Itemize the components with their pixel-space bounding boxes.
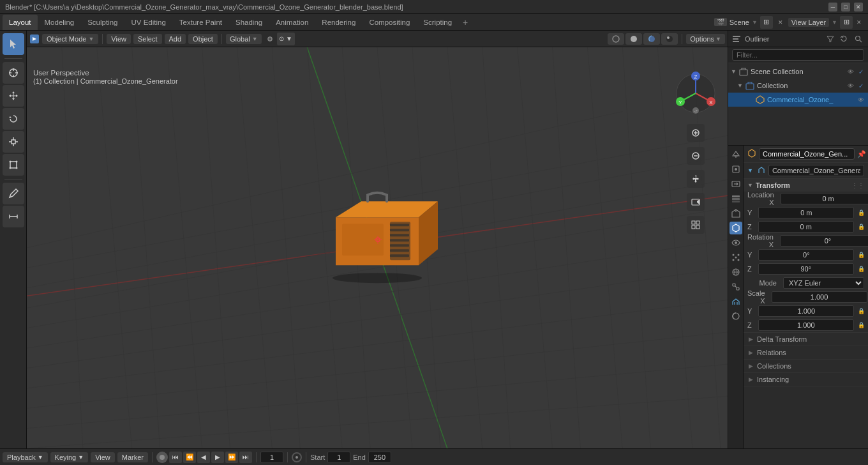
rotation-y-lock-icon[interactable]: 🔒 xyxy=(858,252,865,258)
view-layer-selector[interactable]: View Layer xyxy=(788,18,829,27)
add-workspace-button[interactable]: + xyxy=(459,16,472,29)
tab-compositing[interactable]: Compositing xyxy=(363,15,416,30)
particles-props-icon[interactable] xyxy=(730,251,742,264)
scale-z-lock-icon[interactable]: 🔒 xyxy=(858,322,865,328)
play-back-button[interactable]: ◀ xyxy=(197,452,210,463)
play-forward-button[interactable]: ▶ xyxy=(211,452,224,463)
location-x-input[interactable] xyxy=(781,193,868,204)
scene-collection-eye[interactable]: 👁 xyxy=(846,68,855,75)
object-data-props-icon[interactable] xyxy=(730,295,742,308)
playback-menu-button[interactable]: Playback ▼ xyxy=(3,452,48,462)
current-frame-input[interactable] xyxy=(260,452,283,463)
view-layer-options[interactable]: ⊞ xyxy=(840,16,853,29)
collection-item[interactable]: ▼ Collection 👁 ✓ xyxy=(728,79,868,93)
scene-options[interactable]: ⊞ xyxy=(760,16,773,29)
location-z-input[interactable] xyxy=(758,221,854,232)
object-eye[interactable]: 👁 xyxy=(857,96,865,103)
view-menu-timeline-button[interactable]: View xyxy=(91,452,115,462)
outliner-sync-button[interactable] xyxy=(839,33,850,45)
close-button[interactable]: ✕ xyxy=(854,3,863,11)
location-z-lock-icon[interactable]: 🔒 xyxy=(858,224,865,230)
material-props-icon[interactable] xyxy=(730,310,742,323)
outliner-search-button[interactable] xyxy=(853,33,864,45)
proportional-edit-button[interactable]: ⊙ ▼ xyxy=(277,33,295,45)
rotate-tool-button[interactable] xyxy=(3,108,24,130)
mesh-name-input[interactable] xyxy=(768,165,864,176)
tab-modeling[interactable]: Modeling xyxy=(38,15,81,30)
snap-toggle-icon[interactable] xyxy=(264,33,276,45)
keying-menu-button[interactable]: Keying ▼ xyxy=(50,452,89,462)
location-y-lock-icon[interactable]: 🔒 xyxy=(858,210,865,216)
scale-y-input[interactable] xyxy=(758,305,854,317)
viewport[interactable]: Object Mode ▼ View Select Add Object Glo… xyxy=(27,31,728,448)
transform-tool-button[interactable] xyxy=(3,154,24,176)
tab-texture-paint[interactable]: Texture Paint xyxy=(173,15,228,30)
add-menu-button[interactable]: Add xyxy=(165,34,186,44)
render-props-icon[interactable] xyxy=(730,163,742,176)
cursor-tool-button[interactable] xyxy=(3,62,24,84)
orientation-gizmo[interactable]: Z X Y -Z xyxy=(670,68,721,119)
tab-layout[interactable]: Layout xyxy=(3,15,38,30)
pin-icon[interactable]: 📌 xyxy=(857,150,866,158)
delta-transform-section[interactable]: ▶ Delta Transform xyxy=(744,333,868,346)
object-menu-button[interactable]: Object xyxy=(188,34,218,44)
modifiers-props-icon[interactable] xyxy=(730,236,742,249)
tab-scripting[interactable]: Scripting xyxy=(417,15,458,30)
rotation-mode-select[interactable]: XYZ Euler XZY Euler YXZ Euler YZX Euler … xyxy=(783,277,864,289)
scene-collection-check[interactable]: ✓ xyxy=(857,68,865,75)
object-name-input[interactable] xyxy=(759,148,855,160)
measure-tool-button[interactable] xyxy=(3,206,24,227)
tab-rendering[interactable]: Rendering xyxy=(315,15,362,30)
transform-orientation-button[interactable]: Global ▼ xyxy=(226,34,262,44)
scene-props-icon[interactable] xyxy=(730,148,742,161)
scene-name[interactable]: Scene xyxy=(730,19,749,26)
outliner-filter-button[interactable] xyxy=(825,33,836,45)
object-constraint-props-icon[interactable] xyxy=(730,280,742,293)
keyframe-dot[interactable] xyxy=(156,452,168,463)
collections-section[interactable]: ▶ Collections xyxy=(744,360,868,373)
tab-shading[interactable]: Shading xyxy=(229,15,269,30)
rotation-x-input[interactable] xyxy=(780,235,868,247)
object-mode-button[interactable]: Object Mode ▼ xyxy=(42,34,98,44)
tab-animation[interactable]: Animation xyxy=(269,15,315,30)
select-menu-button[interactable]: Select xyxy=(133,34,162,44)
outliner-search-input[interactable] xyxy=(732,49,864,61)
collection-check[interactable]: ✓ xyxy=(857,82,865,89)
playback-speed-button[interactable] xyxy=(292,452,302,462)
view-layer-props-icon[interactable] xyxy=(730,192,742,205)
move-tool-button[interactable] xyxy=(3,85,24,107)
instancing-section[interactable]: ▶ Instancing xyxy=(744,373,868,386)
transform-options-icon[interactable]: ⋮⋮ xyxy=(851,182,864,189)
viewport-shading-rendered[interactable] xyxy=(661,33,678,45)
camera-view-button[interactable] xyxy=(687,193,705,211)
location-y-input[interactable] xyxy=(758,207,854,218)
viewport-shading-wire[interactable] xyxy=(608,33,624,45)
jump-start-button[interactable]: ⏮ xyxy=(169,452,182,463)
maximize-button[interactable]: □ xyxy=(841,3,850,11)
jump-end-button[interactable]: ⏭ xyxy=(239,452,252,463)
zoom-out-button[interactable] xyxy=(687,147,705,165)
start-frame-input[interactable] xyxy=(327,452,350,463)
tab-sculpting[interactable]: Sculpting xyxy=(81,15,124,30)
rotation-z-input[interactable] xyxy=(758,263,854,275)
view-menu-button[interactable]: View xyxy=(107,34,131,44)
rotation-z-lock-icon[interactable]: 🔒 xyxy=(858,266,865,272)
annotate-tool-button[interactable] xyxy=(3,183,24,204)
physics-props-icon[interactable] xyxy=(730,266,742,278)
step-forward-button[interactable]: ⏩ xyxy=(225,452,238,463)
scale-y-lock-icon[interactable]: 🔒 xyxy=(858,308,865,314)
minimize-button[interactable]: ─ xyxy=(828,3,837,11)
object-item[interactable]: ▶ Commercial_Ozone_ 👁 xyxy=(728,93,868,107)
object-props-icon[interactable] xyxy=(730,222,742,234)
scale-z-input[interactable] xyxy=(758,319,854,331)
output-props-icon[interactable] xyxy=(730,178,742,190)
pan-view-button[interactable] xyxy=(687,170,705,188)
collection-eye[interactable]: 👁 xyxy=(846,82,855,89)
select-tool-button[interactable] xyxy=(3,33,24,55)
scene-canvas[interactable]: User Perspective (1) Collection | Commer… xyxy=(27,47,728,448)
scale-tool-button[interactable] xyxy=(3,131,24,153)
step-back-button[interactable]: ⏪ xyxy=(183,452,196,463)
options-button[interactable]: Options ▼ xyxy=(686,34,725,44)
transform-section-header[interactable]: ▼ Transform ⋮⋮ xyxy=(744,179,868,192)
rotation-y-input[interactable] xyxy=(758,249,854,261)
